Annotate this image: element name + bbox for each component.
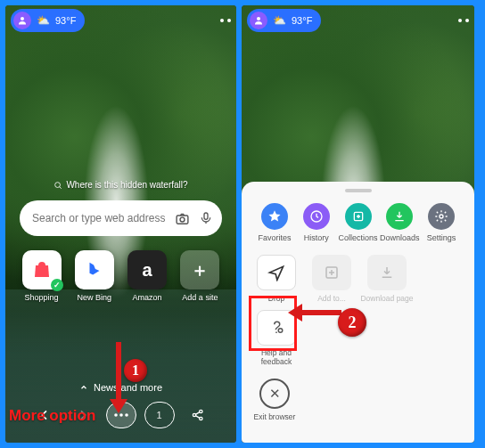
clock-icon (303, 203, 330, 230)
star-icon (261, 203, 288, 230)
settings-label: Settings (427, 233, 456, 242)
profile-weather-chip-right[interactable]: ⛅ 93°F (247, 9, 321, 32)
favorites-button[interactable]: Favorites (256, 203, 293, 242)
tile-shopping-label: Shopping (25, 293, 59, 302)
tile-newbing-label: New Bing (78, 293, 112, 302)
collections-label: Collections (338, 233, 377, 242)
svg-point-3 (180, 217, 185, 222)
addto-label: Add to... (317, 294, 346, 303)
weather-icon: ⛅ (37, 14, 50, 27)
svg-point-1 (55, 182, 61, 187)
collections-icon (345, 203, 372, 230)
camera-icon[interactable] (175, 211, 190, 226)
gear-icon (428, 203, 455, 230)
svg-point-7 (125, 413, 128, 417)
exit-label: Exit browser (254, 412, 296, 421)
tile-shopping[interactable]: ✓ Shopping (20, 250, 63, 302)
addto-button: Add to... (308, 255, 356, 303)
svg-point-14 (440, 215, 443, 218)
tile-addsite-label: Add a site (182, 293, 218, 302)
panel-top-row: Favorites History Collections Downloads (251, 203, 465, 242)
help-label: Help and feedback (252, 349, 300, 366)
annotation-more-option-label: More option (9, 407, 95, 425)
temperature-label: 93°F (55, 15, 76, 26)
tabs-count: 1 (156, 410, 161, 420)
svg-point-6 (119, 413, 123, 417)
amazon-icon: a (127, 250, 167, 289)
status-bar: ⛅ 93°F (11, 9, 231, 32)
downloadpage-icon (367, 255, 407, 290)
favorites-label: Favorites (258, 233, 291, 242)
svg-point-0 (21, 17, 24, 20)
svg-rect-4 (204, 213, 208, 219)
profile-weather-chip[interactable]: ⛅ 93°F (11, 9, 85, 32)
exit-browser-button[interactable]: ✕ Exit browser (251, 379, 299, 421)
quick-links-row: ✓ Shopping New Bing a Amazon ＋ Add a sit… (20, 250, 222, 302)
trivia-text: Where is this hidden waterfall? (66, 180, 187, 190)
tile-newbing[interactable]: New Bing (72, 250, 116, 302)
settings-button[interactable]: Settings (423, 203, 460, 242)
search-input[interactable] (32, 212, 166, 224)
close-icon: ✕ (259, 379, 290, 409)
search-bar[interactable] (20, 200, 222, 236)
send-icon (257, 255, 296, 290)
left-screenshot: ⛅ 93°F Where is this hidden waterfall? ✓ (5, 5, 236, 443)
right-screenshot: ⛅ 93°F Favorites History (242, 5, 474, 443)
status-dots-icon-right (458, 19, 469, 22)
trivia-prompt[interactable]: Where is this hidden waterfall? (20, 180, 222, 190)
temperature-label-right: 93°F (292, 15, 312, 26)
avatar-icon-right (250, 12, 267, 29)
share-button[interactable] (183, 402, 213, 428)
annotation-arrow-down (116, 342, 121, 403)
svg-rect-2 (177, 215, 188, 223)
annotation-step1-badge: 1 (124, 359, 147, 382)
news-label: News and more (94, 382, 162, 393)
microphone-icon[interactable] (199, 211, 213, 225)
history-button[interactable]: History (298, 203, 335, 242)
downloads-button[interactable]: Downloads (381, 203, 418, 242)
downloadpage-label: Download page (360, 294, 413, 303)
tabs-button[interactable]: 1 (144, 402, 175, 428)
plus-icon: ＋ (180, 250, 219, 289)
svg-point-11 (257, 17, 260, 20)
panel-drag-handle[interactable] (345, 189, 372, 192)
shopping-icon: ✓ (22, 250, 62, 289)
downloads-label: Downloads (380, 233, 420, 242)
tile-add-site[interactable]: ＋ Add a site (178, 250, 222, 302)
addto-icon (312, 255, 351, 290)
history-label: History (304, 233, 329, 242)
bing-icon (75, 250, 114, 289)
avatar-icon (13, 12, 31, 29)
collections-button[interactable]: Collections (340, 203, 377, 242)
downloadpage-button: Download page (363, 255, 411, 303)
tile-amazon-label: Amazon (133, 293, 162, 302)
download-icon (386, 203, 413, 230)
svg-point-5 (114, 413, 118, 417)
status-dots-icon (220, 19, 231, 22)
annotation-arrow-left (300, 310, 341, 315)
tile-amazon[interactable]: a Amazon (126, 250, 169, 302)
annotation-step2-badge: 2 (338, 308, 366, 337)
status-bar-right: ⛅ 93°F (247, 9, 469, 32)
weather-icon-right: ⛅ (273, 14, 286, 27)
